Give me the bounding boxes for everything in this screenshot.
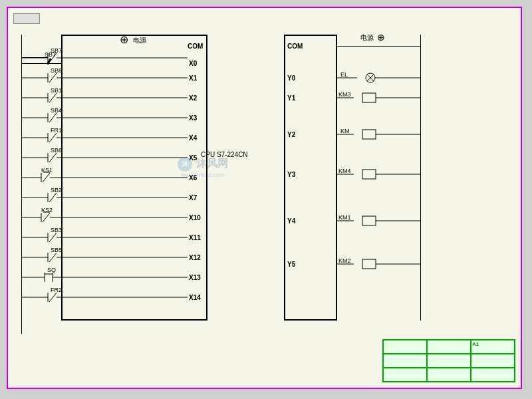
port-x1: X1 xyxy=(189,74,197,82)
svg-line-49 xyxy=(49,233,57,242)
svg-text:SQ: SQ xyxy=(47,267,56,273)
svg-text:KM2: KM2 xyxy=(338,257,351,264)
title-cell-9 xyxy=(471,368,515,382)
svg-line-54 xyxy=(49,253,57,262)
port-x5: X5 xyxy=(189,154,197,162)
top-left-box xyxy=(13,13,40,24)
port-x4: X4 xyxy=(189,134,197,142)
port-x2: X2 xyxy=(189,94,197,102)
svg-line-17 xyxy=(49,113,57,122)
port-x14: X14 xyxy=(189,294,201,301)
row-y4-svg: KM1 xyxy=(337,214,424,227)
svg-text:KM3: KM3 xyxy=(338,91,351,98)
title-cell-6 xyxy=(471,354,515,368)
row-y3-svg: KM4 xyxy=(337,168,424,181)
svg-rect-76 xyxy=(362,93,376,102)
row-x10-svg: KS2 xyxy=(18,207,198,227)
title-cell-1 xyxy=(383,340,427,354)
svg-rect-88 xyxy=(362,216,376,225)
row-y0-svg: EL xyxy=(337,71,424,84)
title-cell-3: A1 xyxy=(471,340,515,354)
title-cell-8 xyxy=(427,368,471,382)
port-x11: X11 xyxy=(189,234,201,241)
page: 沐 沐风网 www.mfcad.com COM ⊕ 电源 X0 SB7 xyxy=(0,0,532,399)
svg-line-22 xyxy=(49,133,57,142)
row-x12-svg: SB5 xyxy=(18,247,198,267)
svg-text:SB1: SB1 xyxy=(51,88,62,94)
port-x10: X10 xyxy=(189,214,201,221)
svg-line-43 xyxy=(43,213,50,222)
svg-text:SB5: SB5 xyxy=(51,247,62,253)
svg-text:SB6: SB6 xyxy=(51,148,62,154)
svg-rect-84 xyxy=(362,170,376,179)
svg-line-7 xyxy=(49,73,57,82)
power-sym-right: ⊕ xyxy=(377,32,385,43)
svg-text:SB7: SB7 xyxy=(51,48,62,54)
svg-line-2 xyxy=(49,53,57,63)
svg-text:SB2: SB2 xyxy=(51,188,62,194)
row-x6-svg: KS1 xyxy=(18,168,198,188)
port-x12: X12 xyxy=(189,254,201,261)
svg-text:KS1: KS1 xyxy=(41,168,53,174)
row-x2-svg: SB1 xyxy=(18,88,198,108)
row-x4-svg: FR1 xyxy=(18,128,198,148)
row-x3-svg: SB4 xyxy=(18,108,198,128)
port-x13: X13 xyxy=(189,274,201,281)
port-x3: X3 xyxy=(189,114,197,122)
svg-rect-92 xyxy=(362,259,376,269)
svg-text:SB3: SB3 xyxy=(51,227,62,233)
svg-text:KS2: KS2 xyxy=(41,207,53,213)
row-x5-svg: SB6 xyxy=(18,148,198,168)
svg-line-32 xyxy=(43,173,50,182)
row-x11-svg: SB3 xyxy=(18,227,198,247)
svg-rect-80 xyxy=(362,130,376,139)
svg-line-12 xyxy=(49,93,57,102)
port-x6: X6 xyxy=(189,174,197,182)
port-y4: Y4 xyxy=(287,217,295,225)
drawing-area: 沐 沐风网 www.mfcad.com COM ⊕ 电源 X0 SB7 xyxy=(7,7,522,389)
cpu-label: CPU S7-224CN xyxy=(201,151,248,158)
port-com-right: COM xyxy=(287,43,303,50)
port-y0: Y0 xyxy=(287,74,295,82)
svg-text:KM: KM xyxy=(340,128,350,134)
row-x0-svg: SB7 xyxy=(18,48,198,68)
title-cell-5 xyxy=(427,354,471,368)
svg-text:SB8: SB8 xyxy=(51,68,62,74)
port-y2: Y2 xyxy=(287,131,295,138)
port-x7: X7 xyxy=(189,194,197,201)
port-y1: Y1 xyxy=(287,94,295,102)
svg-line-27 xyxy=(49,153,57,162)
row-y1-svg: KM3 xyxy=(337,91,424,104)
wire-com-right xyxy=(337,46,420,47)
svg-text:EL: EL xyxy=(340,71,348,78)
row-x14-svg: FR2 xyxy=(18,287,198,307)
title-cell-4 xyxy=(383,354,427,368)
power-label-left: 电源 xyxy=(133,36,146,45)
title-block: A1 xyxy=(382,339,515,382)
row-y2-svg: KM xyxy=(337,128,424,141)
svg-line-65 xyxy=(49,293,57,302)
svg-text:KM1: KM1 xyxy=(338,214,351,221)
row-x13-svg: SQ xyxy=(18,267,198,287)
power-sym-left: ⊕ xyxy=(120,33,128,46)
svg-text:KM4: KM4 xyxy=(338,168,351,174)
title-cell-2 xyxy=(427,340,471,354)
port-y5: Y5 xyxy=(287,261,295,268)
power-label-right: 电源 xyxy=(360,33,374,43)
row-y5-svg: KM2 xyxy=(337,257,424,271)
port-y3: Y3 xyxy=(287,171,295,178)
svg-line-38 xyxy=(49,193,57,202)
row-x1-svg: SB8 xyxy=(18,68,198,88)
row-x7-svg: SB2 xyxy=(18,188,198,207)
svg-text:SB4: SB4 xyxy=(51,108,62,114)
svg-text:FR2: FR2 xyxy=(51,287,62,293)
svg-text:FR1: FR1 xyxy=(51,128,62,134)
title-cell-7 xyxy=(383,368,427,382)
